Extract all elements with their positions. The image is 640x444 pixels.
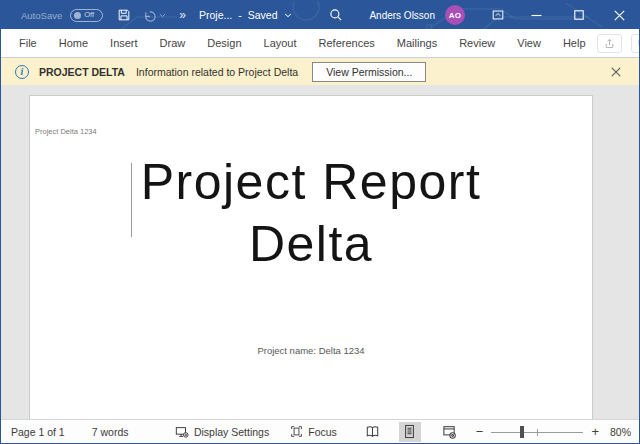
document-title-text[interactable]: Project Report Delta	[30, 151, 592, 275]
share-icon	[603, 37, 616, 50]
autosave-toggle[interactable]: Off	[70, 9, 103, 22]
sensitivity-message: Information related to Project Delta	[136, 66, 298, 78]
title-bar: AutoSave Off »	[1, 1, 639, 29]
document-title-menu[interactable]: Proje... - Saved	[199, 1, 292, 29]
status-bar: Page 1 of 1 7 words Display Settings Foc…	[1, 419, 639, 443]
tab-review[interactable]: Review	[448, 37, 506, 49]
zoom-out-button[interactable]: −	[472, 424, 488, 439]
save-icon[interactable]	[117, 8, 131, 22]
tab-view[interactable]: View	[506, 37, 552, 49]
page-indicator[interactable]: Page 1 of 1	[11, 426, 65, 438]
tab-mailings[interactable]: Mailings	[386, 37, 448, 49]
tab-draw[interactable]: Draw	[149, 37, 197, 49]
undo-icon	[143, 9, 156, 22]
avatar[interactable]: AO	[445, 5, 465, 25]
focus-label: Focus	[308, 426, 337, 438]
sensitivity-banner: i PROJECT DELTA Information related to P…	[1, 58, 639, 85]
tab-references[interactable]: References	[308, 37, 386, 49]
word-count[interactable]: 7 words	[92, 426, 129, 438]
search-icon[interactable]	[329, 8, 343, 22]
zoom-slider[interactable]	[491, 425, 583, 439]
undo-dropdown-icon[interactable]	[159, 13, 166, 18]
close-button[interactable]	[614, 10, 625, 21]
document-header-text: Project Delta 1234	[35, 127, 97, 136]
display-settings-label: Display Settings	[194, 426, 269, 438]
title-line-2[interactable]: Delta	[30, 213, 592, 275]
autosave-toggle-state: Off	[84, 11, 94, 19]
web-layout-icon	[442, 425, 457, 439]
tab-file[interactable]: File	[8, 37, 48, 49]
zoom-slider-thumb[interactable]	[520, 426, 524, 438]
comment-icon	[637, 37, 640, 50]
web-layout-button[interactable]	[439, 422, 461, 442]
document-workspace: Project Delta 1234 Project Report Delta …	[1, 85, 639, 419]
save-status: Saved	[248, 9, 278, 21]
tab-insert[interactable]: Insert	[99, 37, 149, 49]
focus-icon	[290, 425, 303, 438]
undo-button[interactable]	[143, 9, 166, 22]
ribbon-display-options-button[interactable]	[491, 8, 505, 22]
account-name[interactable]: Anders Olsson	[369, 10, 435, 21]
autosave-toggle-knob	[74, 12, 81, 19]
banner-close-icon[interactable]	[609, 65, 629, 79]
tab-design[interactable]: Design	[196, 37, 252, 49]
print-layout-icon	[403, 424, 416, 439]
focus-button[interactable]: Focus	[290, 425, 337, 438]
sensitivity-label: PROJECT DELTA	[39, 66, 125, 78]
more-commands-button[interactable]: »	[179, 8, 185, 22]
share-button[interactable]	[597, 34, 622, 53]
tab-layout[interactable]: Layout	[253, 37, 308, 49]
read-mode-button[interactable]	[362, 422, 384, 442]
print-layout-button[interactable]	[399, 422, 421, 442]
autosave-label: AutoSave	[21, 10, 62, 21]
maximize-button[interactable]	[574, 10, 584, 20]
title-dropdown-icon[interactable]	[284, 13, 292, 18]
tab-help[interactable]: Help	[552, 37, 597, 49]
title-separator: -	[238, 9, 242, 21]
tab-home[interactable]: Home	[48, 37, 99, 49]
display-settings-icon	[175, 425, 189, 439]
document-page[interactable]: Project Delta 1234 Project Report Delta …	[29, 95, 593, 419]
zoom-in-button[interactable]: +	[587, 424, 603, 439]
read-mode-icon	[365, 425, 380, 438]
minimize-button[interactable]	[531, 10, 542, 21]
document-caption-text[interactable]: Project name: Delta 1234	[30, 345, 592, 356]
zoom-slider-center-tick	[537, 429, 538, 436]
view-permission-button[interactable]: View Permission...	[312, 62, 426, 82]
text-cursor	[131, 163, 132, 237]
title-line-1[interactable]: Project Report	[30, 151, 592, 213]
info-icon: i	[15, 65, 29, 79]
word-window: AutoSave Off »	[0, 0, 640, 444]
display-settings-button[interactable]: Display Settings	[175, 425, 269, 439]
comments-button[interactable]	[631, 34, 640, 53]
zoom-level[interactable]: 80%	[603, 426, 633, 438]
ribbon-tab-bar: File Home Insert Draw Design Layout Refe…	[1, 29, 639, 58]
document-title: Proje...	[199, 9, 232, 21]
